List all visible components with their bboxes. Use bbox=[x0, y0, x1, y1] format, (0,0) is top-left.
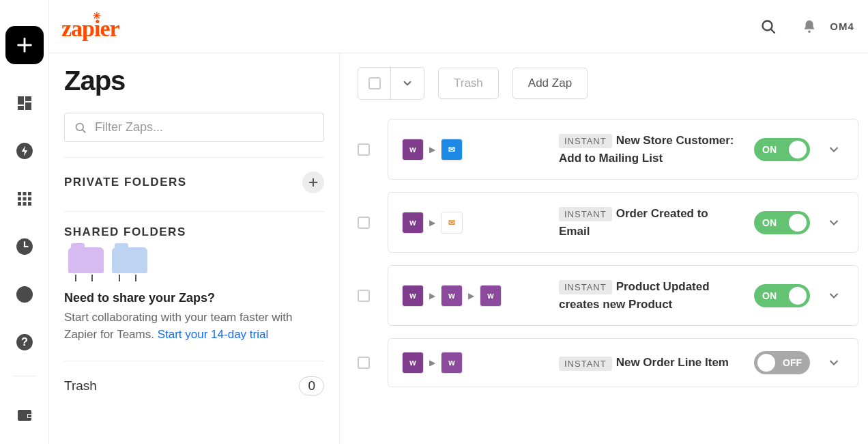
share-title: Need to share your Zaps? bbox=[64, 291, 324, 305]
toggle-label: ON bbox=[762, 144, 777, 155]
zap-apps: w ▶ w ▶ w bbox=[402, 285, 545, 307]
page-title: Zaps bbox=[64, 66, 324, 96]
instant-badge: INSTANT bbox=[559, 280, 612, 294]
zap-toggle[interactable]: ON bbox=[754, 138, 810, 161]
zaps-icon[interactable] bbox=[16, 142, 33, 160]
arrow-icon: ▶ bbox=[429, 145, 435, 154]
instant-badge: INSTANT bbox=[559, 134, 612, 148]
select-all-checkbox[interactable] bbox=[358, 68, 391, 99]
apps-grid-icon[interactable] bbox=[16, 190, 33, 208]
help-icon[interactable]: ? bbox=[16, 333, 33, 351]
svg-rect-16 bbox=[28, 202, 31, 206]
zap-row: w ▶ w INSTANTNew Order Line Item OFF bbox=[358, 338, 858, 387]
toggle-label: OFF bbox=[783, 357, 802, 368]
arrow-icon: ▶ bbox=[429, 218, 435, 227]
arrow-icon: ▶ bbox=[429, 291, 435, 301]
bell-icon[interactable] bbox=[789, 19, 830, 34]
private-folders-heading: PRIVATE FOLDERS bbox=[64, 176, 187, 189]
arrow-icon: ▶ bbox=[429, 358, 435, 367]
zap-card[interactable]: w ▶ w INSTANTNew Order Line Item OFF bbox=[388, 338, 858, 387]
expand-icon[interactable] bbox=[824, 143, 844, 156]
svg-rect-15 bbox=[23, 202, 26, 206]
select-dropdown[interactable] bbox=[391, 68, 424, 99]
zap-checkbox[interactable] bbox=[358, 290, 370, 302]
svg-rect-12 bbox=[23, 197, 26, 201]
nav-rail: ? bbox=[0, 0, 49, 444]
folders-illustration bbox=[64, 247, 324, 273]
trash-button[interactable]: Trash bbox=[438, 68, 499, 99]
svg-line-32 bbox=[83, 130, 85, 133]
zap-apps: w ▶ ✉ bbox=[402, 139, 545, 161]
svg-line-29 bbox=[771, 29, 775, 33]
svg-rect-5 bbox=[25, 102, 31, 110]
woocommerce-icon: w bbox=[402, 139, 424, 161]
share-text: Start collaborating with your team faste… bbox=[64, 309, 324, 343]
toggle-label: ON bbox=[762, 290, 777, 301]
woocommerce-icon: w bbox=[402, 212, 424, 234]
svg-rect-10 bbox=[28, 192, 31, 195]
avatar[interactable]: OM4 bbox=[830, 14, 854, 39]
logo[interactable]: ✳︎ zapier bbox=[61, 12, 119, 42]
expand-icon[interactable] bbox=[824, 356, 844, 370]
zap-card[interactable]: w ▶ w ▶ w INSTANTProduct Updated creates… bbox=[388, 265, 858, 326]
svg-rect-13 bbox=[28, 197, 31, 201]
svg-rect-27 bbox=[28, 415, 31, 417]
instant-badge: INSTANT bbox=[559, 207, 612, 221]
add-folder-button[interactable] bbox=[302, 171, 324, 193]
trash-count: 0 bbox=[299, 376, 324, 396]
expand-icon[interactable] bbox=[824, 289, 844, 303]
zap-name: New Order Line Item bbox=[616, 356, 729, 369]
zap-checkbox[interactable] bbox=[358, 143, 370, 156]
svg-rect-9 bbox=[23, 192, 26, 195]
rail-divider bbox=[12, 376, 37, 376]
woocommerce-icon: w bbox=[402, 352, 424, 374]
zap-card[interactable]: w ▶ ✉ INSTANTOrder Created to Email ON bbox=[388, 192, 858, 253]
dashboard-icon[interactable] bbox=[16, 94, 33, 112]
zap-toggle[interactable]: ON bbox=[754, 211, 810, 234]
search-icon[interactable] bbox=[748, 18, 789, 35]
zap-toggle[interactable]: ON bbox=[754, 284, 810, 307]
trash-row[interactable]: Trash 0 bbox=[64, 361, 324, 396]
svg-rect-14 bbox=[18, 202, 21, 206]
arrow-icon: ▶ bbox=[468, 291, 474, 301]
instant-badge: INSTANT bbox=[559, 357, 612, 371]
woocommerce-icon: w bbox=[441, 352, 463, 374]
zap-row: w ▶ ✉ INSTANTNew Store Customer: Add to … bbox=[358, 119, 858, 180]
filter-input[interactable] bbox=[95, 120, 314, 135]
email-icon: ✉ bbox=[441, 212, 463, 234]
zap-toggle[interactable]: OFF bbox=[754, 351, 810, 374]
wallet-icon[interactable] bbox=[16, 406, 33, 424]
select-all-group bbox=[358, 67, 424, 100]
shared-folders-heading: SHARED FOLDERS bbox=[64, 225, 186, 239]
svg-rect-4 bbox=[18, 106, 24, 110]
logo-text: zapier bbox=[61, 16, 119, 41]
svg-text:?: ? bbox=[21, 335, 28, 348]
topbar: ✳︎ zapier OM4 bbox=[49, 0, 868, 53]
campaign-monitor-icon: ✉ bbox=[441, 139, 463, 161]
search-icon bbox=[74, 122, 87, 134]
zap-apps: w ▶ w bbox=[402, 352, 545, 374]
zap-card[interactable]: w ▶ ✉ INSTANTNew Store Customer: Add to … bbox=[388, 119, 858, 180]
toggle-label: ON bbox=[762, 217, 777, 228]
create-zap-button[interactable] bbox=[5, 26, 44, 64]
add-zap-button[interactable]: Add Zap bbox=[512, 68, 588, 99]
zap-list-area: Trash Add Zap w ▶ ✉ INSTANTNew Store Cus… bbox=[340, 53, 868, 444]
trash-label: Trash bbox=[64, 378, 97, 393]
zap-checkbox[interactable] bbox=[358, 357, 370, 369]
expand-icon[interactable] bbox=[824, 216, 844, 230]
globe-icon[interactable] bbox=[16, 286, 33, 303]
woocommerce-icon: w bbox=[402, 285, 424, 307]
history-icon[interactable] bbox=[16, 238, 33, 255]
sidebar: Zaps PRIVATE FOLDERS SHARED FOLDERS bbox=[49, 53, 340, 444]
woocommerce-icon: w bbox=[441, 285, 463, 307]
zap-checkbox[interactable] bbox=[358, 217, 370, 229]
zap-apps: w ▶ ✉ bbox=[402, 212, 545, 234]
zap-toolbar: Trash Add Zap bbox=[358, 67, 858, 100]
start-trial-link[interactable]: Start your 14-day trial bbox=[158, 328, 269, 341]
svg-rect-3 bbox=[25, 96, 31, 101]
filter-zaps-field[interactable] bbox=[64, 113, 324, 142]
zap-row: w ▶ w ▶ w INSTANTProduct Updated creates… bbox=[358, 265, 858, 326]
svg-point-30 bbox=[808, 30, 811, 33]
svg-rect-11 bbox=[18, 197, 21, 201]
zap-row: w ▶ ✉ INSTANTOrder Created to Email ON bbox=[358, 192, 858, 253]
